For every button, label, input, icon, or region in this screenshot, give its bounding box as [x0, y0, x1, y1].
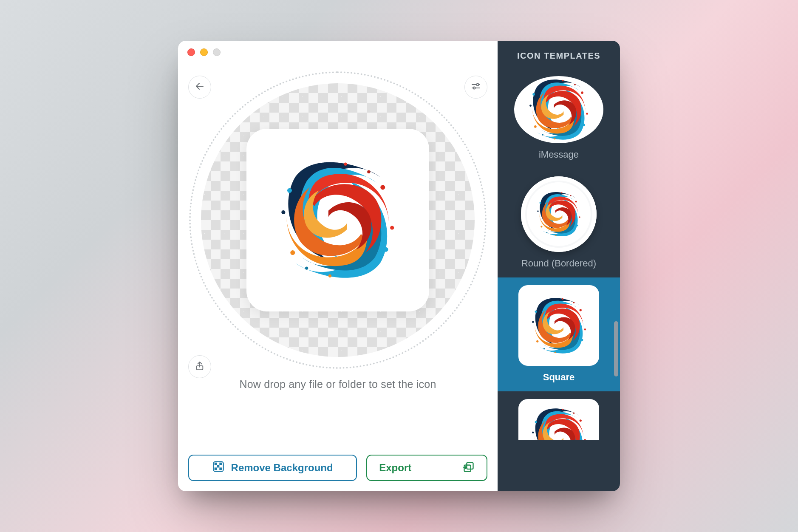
- transparency-background: [201, 83, 475, 357]
- svg-rect-23: [467, 463, 473, 469]
- template-square[interactable]: Square: [498, 277, 620, 391]
- svg-rect-20: [217, 465, 219, 468]
- sidebar-scrollbar-thumb[interactable]: [614, 321, 618, 376]
- svg-rect-19: [219, 463, 222, 465]
- icon-preview-square: [246, 129, 429, 311]
- template-label: Round (Bordered): [521, 258, 596, 269]
- template-thumb-imessage: [514, 76, 603, 143]
- templates-sidebar: ICON TEMPLATES iMessage Round (Bordered)…: [498, 41, 620, 491]
- minimize-window-button[interactable]: [200, 48, 208, 56]
- remove-background-button[interactable]: Remove Background: [188, 455, 357, 481]
- remove-background-label: Remove Background: [231, 462, 333, 474]
- sidebar-title: ICON TEMPLATES: [498, 41, 620, 68]
- icon-artwork: [260, 142, 416, 298]
- main-panel: Now drop any file or folder to set the i…: [178, 41, 498, 491]
- template-thumb-square: [518, 285, 599, 366]
- dropzone-hint: Now drop any file or folder to set the i…: [188, 378, 487, 391]
- template-label: Square: [543, 372, 575, 383]
- template-imessage[interactable]: iMessage: [498, 68, 620, 169]
- close-window-button[interactable]: [187, 48, 195, 56]
- svg-rect-21: [214, 467, 217, 470]
- export-label: Export: [379, 462, 411, 474]
- export-icon: [463, 461, 475, 475]
- svg-rect-22: [219, 467, 222, 470]
- template-next-partial[interactable]: [498, 391, 620, 440]
- template-label: iMessage: [539, 149, 579, 160]
- export-button[interactable]: Export: [366, 455, 487, 481]
- template-thumb-partial: [518, 399, 599, 440]
- checker-icon: [212, 461, 224, 475]
- action-buttons: Remove Background Export: [188, 455, 487, 481]
- template-thumb-round: [521, 176, 597, 252]
- app-window: Now drop any file or folder to set the i…: [178, 41, 620, 491]
- icon-preview-dropzone[interactable]: [189, 71, 487, 369]
- fullscreen-window-button[interactable]: [213, 48, 221, 56]
- template-round-bordered[interactable]: Round (Bordered): [498, 169, 620, 277]
- window-traffic-lights: [187, 48, 221, 56]
- svg-rect-18: [214, 463, 217, 465]
